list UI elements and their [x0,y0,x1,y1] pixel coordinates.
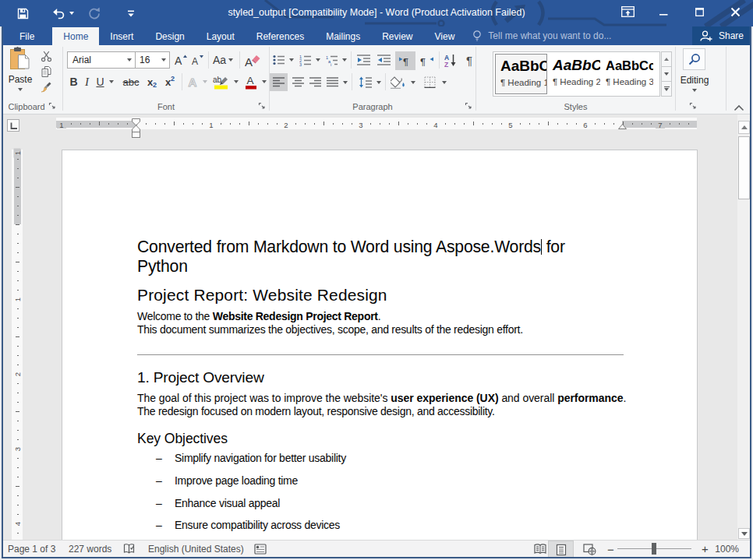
ltr-text-direction-button[interactable]: ¶ [395,51,415,70]
shading-dropdown[interactable] [408,73,418,91]
shrink-font-button[interactable]: A [189,51,205,69]
zoom-level[interactable]: 100% [712,544,739,555]
numbering-button[interactable]: 1 2 3 [298,51,313,69]
format-painter-button[interactable] [37,80,55,94]
redo-button-disabled[interactable] [83,2,107,25]
font-name-combo[interactable]: Arial [67,51,136,69]
undo-button[interactable] [46,2,80,25]
print-layout-button[interactable] [548,541,574,558]
page-indicator[interactable]: Page 1 of 3 [8,544,55,555]
underline-dropdown[interactable] [107,73,116,90]
styles-scroll-up[interactable] [661,51,672,67]
line-spacing-dropdown[interactable] [374,73,384,91]
tab-insert[interactable]: Insert [99,27,144,45]
text-effects-button[interactable]: A [185,73,200,90]
styles-scroll-down[interactable] [661,66,672,82]
subscript-button[interactable]: x 2 [143,73,161,90]
change-case-button[interactable]: Aa [211,51,235,69]
horizontal-ruler[interactable]: 1 1 2 3 4 5 6 7 [56,118,697,129]
document-page[interactable]: Converted from Markdown to Word using As… [62,150,698,540]
italic-button[interactable]: I [81,73,93,90]
maximize-button[interactable] [681,0,717,23]
clear-formatting-button[interactable]: A [243,51,262,69]
style-heading1[interactable]: AaBbC ¶ Heading 1 [495,54,547,94]
indent-markers[interactable] [131,118,141,139]
scroll-down-button[interactable] [738,528,750,539]
font-color-button[interactable]: A [242,73,260,90]
numbering-dropdown[interactable] [313,51,322,69]
tab-selector[interactable] [7,119,19,132]
styles-more[interactable] [661,81,672,97]
proofing-status-button[interactable] [122,543,136,555]
paste-dropdown-caret[interactable] [18,88,23,91]
tab-layout[interactable]: Layout [196,27,246,45]
align-left-button[interactable] [270,73,288,91]
editing-button[interactable] [683,48,705,70]
font-size-caret[interactable] [157,52,169,68]
save-button[interactable] [11,2,35,25]
vertical-ruler[interactable]: 1 1 2 3 4 [12,150,23,540]
multilevel-dropdown[interactable] [340,51,348,69]
font-size-combo[interactable]: 16 [135,51,170,69]
line-spacing-button[interactable] [355,73,374,91]
style-heading2[interactable]: AaBbC ¶ Heading 2 [548,54,600,94]
zoom-out-button[interactable]: − [607,543,614,556]
collapse-ribbon-button[interactable] [734,104,746,112]
cut-button[interactable] [37,49,55,63]
text-effects-dropdown[interactable] [200,73,210,90]
highlight-dropdown[interactable] [232,73,241,90]
font-dialog-launcher[interactable] [258,102,267,111]
underline-button[interactable]: U [94,73,107,90]
share-button[interactable]: Share [692,26,753,45]
tab-file[interactable]: File [8,27,52,45]
justify-dropdown[interactable] [341,73,350,91]
rtl-text-direction-button[interactable]: ¶ [418,51,437,70]
zoom-slider-thumb[interactable] [652,543,656,555]
paragraph-dialog-launcher[interactable] [465,102,473,111]
bullets-dropdown[interactable] [287,51,295,69]
undo-dropdown-caret[interactable] [69,12,74,15]
borders-dropdown[interactable] [440,73,449,91]
decrease-indent-button[interactable] [354,51,373,69]
increase-indent-button[interactable] [374,51,393,69]
customize-qat-button[interactable] [122,2,140,25]
superscript-button[interactable]: x 2 [161,73,179,90]
tab-references[interactable]: References [246,27,315,45]
bullets-button[interactable] [271,51,287,69]
tab-home[interactable]: Home [52,27,99,45]
tab-design[interactable]: Design [144,27,195,45]
tab-mailings[interactable]: Mailings [315,27,371,45]
zoom-slider[interactable] [617,541,691,558]
sort-button[interactable]: A Z [441,51,460,69]
align-right-button[interactable] [306,73,323,91]
minimize-button[interactable] [645,0,681,23]
borders-button[interactable] [419,73,440,91]
ribbon-display-options-button[interactable] [610,0,645,23]
font-name-caret[interactable] [123,52,135,68]
shading-button[interactable] [388,73,408,91]
tab-view[interactable]: View [424,27,466,45]
style-heading3[interactable]: AaBbCc ¶ Heading 3 [601,54,653,94]
show-marks-button[interactable]: ¶ [463,51,475,69]
clipboard-dialog-launcher[interactable] [48,102,57,111]
word-count[interactable]: 227 words [69,544,111,555]
justify-button[interactable] [323,73,341,91]
tab-review[interactable]: Review [371,27,423,45]
right-indent-marker[interactable] [617,123,628,130]
strikethrough-button[interactable]: abc [121,73,141,90]
paste-button[interactable]: Paste [5,47,36,101]
editing-dropdown[interactable] [691,87,698,93]
zoom-in-button[interactable]: + [702,542,709,555]
web-layout-button[interactable] [578,541,601,558]
grow-font-button[interactable]: A [173,51,189,69]
highlight-button[interactable]: ab [211,73,231,90]
language-indicator[interactable]: English (United States) [148,544,244,555]
macro-recording-button[interactable] [254,544,267,555]
scroll-up-button[interactable] [738,121,750,134]
tell-me-box[interactable]: Tell me what you want to do... [472,26,611,45]
align-center-button[interactable] [289,73,306,91]
multilevel-list-button[interactable]: 1 a i [324,51,340,69]
close-button[interactable] [717,0,753,23]
scrollbar-thumb[interactable] [738,136,750,199]
copy-button[interactable] [37,65,55,79]
